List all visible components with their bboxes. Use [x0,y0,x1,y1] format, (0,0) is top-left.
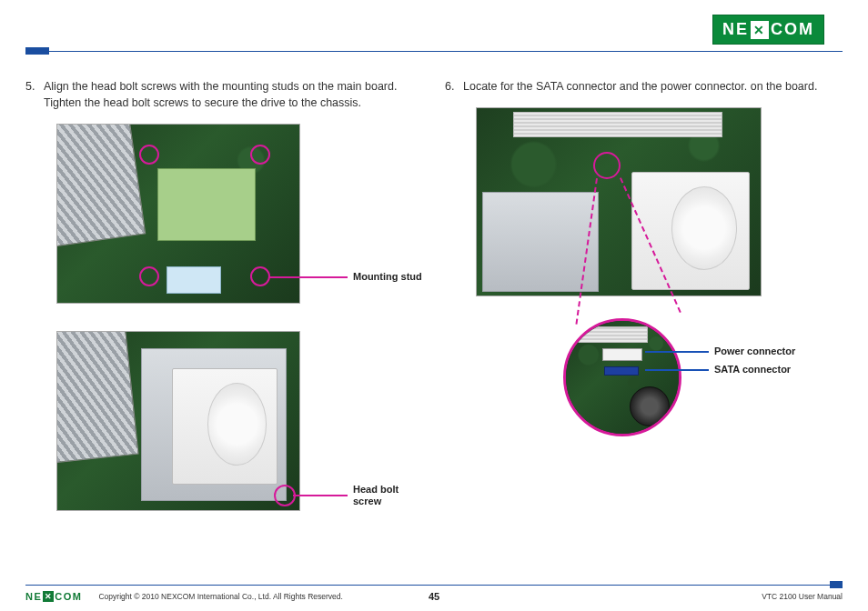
footer-brand-x-icon: ✕ [43,591,54,602]
manual-title: VTC 2100 User Manual [762,592,843,601]
copyright-text: Copyright © 2010 NEXCOM International Co… [98,592,342,601]
brand-box: NE ✕ COM [712,15,824,45]
figure-head-bolt: Head bolt screw [56,331,423,522]
brand-x-icon: ✕ [751,21,769,39]
head-bolt-line [293,495,348,496]
footer-brand: NE ✕ COM [25,591,82,602]
step-5: 5. Align the head bolt screws with the m… [25,78,423,111]
ribbon-cable-top [513,112,722,137]
step-6-text: Locate for the SATA connector and the po… [463,78,843,95]
page-number: 45 [429,591,439,602]
power-connector-shape [602,348,642,361]
head-bolt-label: Head bolt screw [353,484,417,506]
page-header: NE ✕ COM [25,15,843,55]
page-footer: NE ✕ COM Copyright © 2010 NEXCOM Interna… [25,581,843,602]
step-5-number: 5. [25,78,44,111]
right-column: 6. Locate for the SATA connector and the… [445,78,843,538]
brand-left: NE [722,20,749,39]
page: NE ✕ COM 5. Align the head bolt screws w… [0,0,868,611]
step-6: 6. Locate for the SATA connector and the… [445,78,843,95]
figure-mounting-studs: Mounting stud [56,124,423,315]
hdd-2 [631,172,750,290]
zoom-ribbon [575,326,648,343]
power-connector-label: Power connector [714,346,795,356]
step-6-number: 6. [445,78,463,95]
mini-pcie-slot [157,168,256,241]
header-rule-line [25,51,843,52]
footer-row: NE ✕ COM Copyright © 2010 NEXCOM Interna… [25,591,843,602]
header-rule [0,47,868,55]
sata-connector-shape [604,366,639,376]
sata-connector-label: SATA connector [714,364,791,375]
hdd [172,368,278,485]
heatsink [56,124,146,246]
footer-brand-right: COM [55,591,82,602]
heatsink-2 [56,331,139,464]
mounting-stud-line [269,276,348,278]
brand-right: COM [771,20,814,39]
sata-connector-line [645,369,709,371]
footer-rule [25,581,843,588]
footer-rule-line [25,585,843,586]
brand-logo: NE ✕ COM [712,15,824,45]
left-column: 5. Align the head bolt screws with the m… [25,78,423,538]
card-module [167,266,221,294]
content: 5. Align the head bolt screws with the m… [25,78,843,538]
power-connector-line [645,351,709,353]
footer-rule-block [830,581,843,588]
photo-board-connectors [476,107,762,296]
footer-brand-left: NE [25,591,42,602]
zoom-detail [563,318,681,436]
photo-mainboard-top [56,124,300,304]
step-5-text: Align the head bolt screws with the moun… [44,78,423,111]
mounting-stud-label: Mounting stud [353,271,422,282]
photo-drive-installed [56,331,300,511]
figure-connectors: Power connector SATA connector [476,107,843,489]
zoom-capacitor [630,386,670,426]
